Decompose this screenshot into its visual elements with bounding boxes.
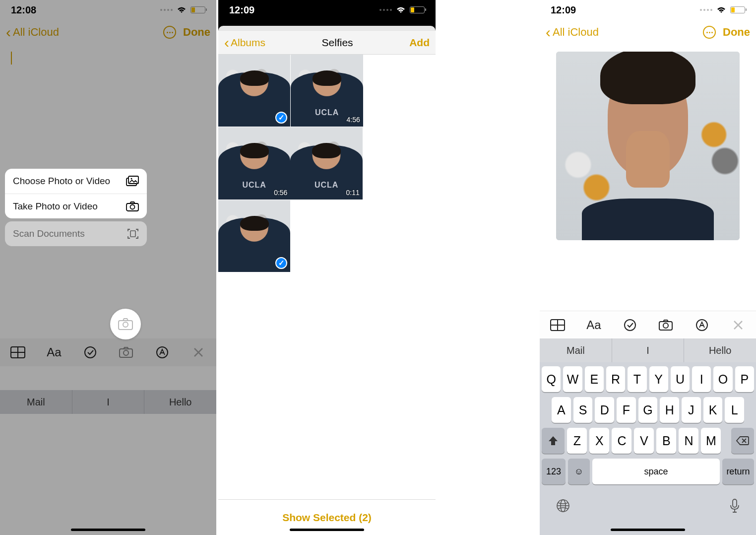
key-p[interactable]: P — [735, 366, 754, 392]
battery-icon — [410, 6, 425, 13]
numbers-key[interactable]: 123 — [542, 459, 566, 484]
sheet-grabber[interactable] — [218, 20, 436, 31]
key-o[interactable]: O — [713, 366, 732, 392]
key-f[interactable]: F — [617, 397, 636, 423]
done-button[interactable]: Done — [723, 26, 750, 39]
key-x[interactable]: X — [589, 428, 609, 454]
menu-choose-photo[interactable]: Choose Photo or Video — [5, 169, 147, 194]
photos-icon — [126, 176, 139, 187]
picker-title: Selfies — [322, 37, 353, 49]
key-l[interactable]: L — [725, 397, 744, 423]
screenshot-1: 12:08 ‹ All iCloud Done Choose Photo or … — [0, 0, 216, 535]
svg-rect-29 — [733, 499, 737, 507]
screenshot-3: 12:09 ‹ All iCloud Done Aa — [540, 0, 756, 535]
key-h[interactable]: H — [660, 397, 679, 423]
photo-thumbnail[interactable]: ✓ — [218, 200, 290, 272]
key-n[interactable]: N — [679, 428, 698, 454]
key-u[interactable]: U — [671, 366, 690, 392]
key-y[interactable]: Y — [649, 366, 668, 392]
key-m[interactable]: M — [701, 428, 721, 454]
return-key[interactable]: return — [722, 459, 754, 484]
dim-overlay — [0, 0, 216, 535]
close-keyboard-button[interactable] — [720, 320, 756, 331]
table-button[interactable] — [540, 319, 576, 331]
shift-key[interactable] — [542, 428, 565, 454]
key-j[interactable]: J — [682, 397, 701, 423]
scan-icon — [127, 228, 139, 240]
camera-menu: Choose Photo or Video Take Photo or Vide… — [5, 169, 147, 246]
svg-point-24 — [663, 323, 668, 328]
photo-thumbnail[interactable]: UCLA0:56 — [218, 127, 290, 199]
key-k[interactable]: K — [703, 397, 723, 423]
key-s[interactable]: S — [573, 397, 593, 423]
markup-button[interactable] — [684, 319, 720, 332]
chevron-left-icon: ‹ — [224, 34, 229, 51]
chevron-left-icon: ‹ — [546, 25, 551, 40]
keyboard-suggestions: Mail I Hello — [540, 338, 756, 362]
key-c[interactable]: C — [612, 428, 631, 454]
svg-point-2 — [131, 178, 132, 180]
home-indicator[interactable] — [611, 529, 685, 531]
camera-icon — [126, 201, 139, 212]
backspace-key[interactable] — [731, 428, 754, 454]
video-duration: 0:11 — [346, 189, 360, 197]
video-duration: 0:56 — [274, 189, 287, 197]
albums-back-button[interactable]: ‹ Albums — [224, 34, 265, 51]
key-a[interactable]: A — [552, 397, 571, 423]
wifi-icon — [716, 6, 726, 13]
wifi-icon — [396, 6, 406, 13]
emoji-key[interactable]: ☺ — [568, 459, 590, 484]
key-z[interactable]: Z — [567, 428, 587, 454]
cell-dots-icon — [379, 9, 392, 11]
key-v[interactable]: V — [634, 428, 654, 454]
status-time: 12:09 — [229, 4, 254, 16]
svg-point-22 — [625, 320, 635, 331]
key-t[interactable]: T — [628, 366, 646, 392]
keyboard[interactable]: QWERTYUIOP ASDFGHJKL ZXCVBNM 123 ☺ space… — [540, 362, 756, 535]
nav-bar: ‹ All iCloud Done — [540, 20, 756, 45]
camera-button[interactable] — [648, 319, 684, 331]
key-w[interactable]: W — [563, 366, 582, 392]
svg-rect-5 — [130, 231, 135, 237]
suggestion-2[interactable]: I — [612, 338, 684, 362]
video-duration: 4:56 — [347, 116, 360, 124]
photo-thumbnail[interactable]: ✓ — [218, 55, 290, 127]
notes-toolbar: Aa — [540, 311, 756, 338]
inserted-photo[interactable] — [556, 52, 740, 240]
home-indicator[interactable] — [290, 529, 364, 531]
note-body[interactable] — [540, 45, 756, 293]
globe-key[interactable] — [556, 498, 570, 514]
key-e[interactable]: E — [585, 366, 604, 392]
screenshot-2: 12:09 ‹ Albums Selfies Add ✓UCLA4:56UCLA… — [218, 0, 436, 535]
checklist-button[interactable] — [612, 319, 648, 332]
key-b[interactable]: B — [656, 428, 676, 454]
back-button[interactable]: ‹ All iCloud — [546, 25, 599, 40]
status-time: 12:09 — [551, 4, 576, 16]
status-bar: 12:09 — [540, 0, 756, 20]
camera-button-highlight[interactable] — [110, 309, 141, 339]
battery-icon — [730, 6, 745, 13]
dictation-key[interactable] — [729, 498, 740, 514]
photo-thumbnail[interactable]: UCLA0:11 — [290, 127, 362, 199]
key-g[interactable]: G — [638, 397, 658, 423]
status-bar: 12:09 — [218, 0, 436, 20]
space-key[interactable]: space — [592, 459, 720, 484]
key-r[interactable]: R — [606, 366, 625, 392]
cell-dots-icon — [700, 9, 712, 11]
photo-thumbnail[interactable]: UCLA4:56 — [291, 55, 363, 127]
home-indicator[interactable] — [71, 529, 145, 531]
svg-point-4 — [130, 204, 135, 209]
key-q[interactable]: Q — [542, 366, 561, 392]
menu-take-photo[interactable]: Take Photo or Video — [5, 194, 147, 218]
suggestion-1[interactable]: Mail — [540, 338, 612, 362]
more-button[interactable] — [703, 26, 716, 39]
add-button[interactable]: Add — [409, 37, 430, 49]
suggestion-3[interactable]: Hello — [684, 338, 756, 362]
format-button[interactable]: Aa — [576, 318, 612, 332]
key-i[interactable]: I — [692, 366, 711, 392]
svg-point-14 — [123, 322, 128, 327]
picker-nav: ‹ Albums Selfies Add — [218, 31, 436, 55]
menu-scan-documents[interactable]: Scan Documents — [5, 221, 147, 246]
photo-grid: ✓UCLA4:56UCLA0:56UCLA0:11✓ — [218, 55, 436, 272]
key-d[interactable]: D — [595, 397, 614, 423]
